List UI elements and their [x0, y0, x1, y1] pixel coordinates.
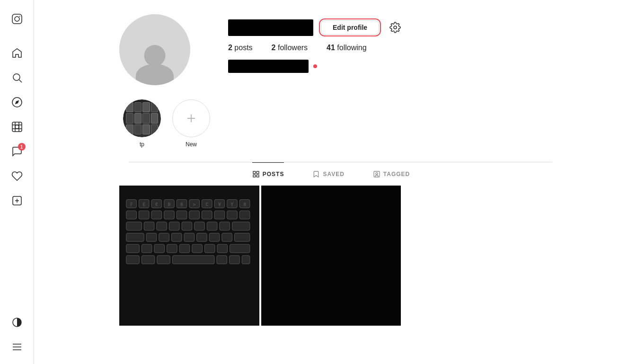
svg-text:>: >	[193, 202, 195, 207]
svg-text:Y: Y	[231, 202, 234, 207]
svg-rect-45	[189, 211, 200, 219]
tab-saved-label: SAVED	[323, 171, 344, 178]
svg-text:F: F	[130, 202, 133, 207]
svg-rect-55	[195, 222, 205, 231]
svg-rect-61	[159, 233, 169, 242]
following-stat[interactable]: 41 following	[327, 44, 367, 52]
key-2	[134, 102, 142, 112]
bio-bar	[228, 60, 309, 73]
posts-grid: F E € D 6 > C V Y 8	[119, 184, 543, 328]
key-1	[126, 102, 133, 112]
svg-rect-76	[230, 244, 250, 253]
svg-rect-58	[232, 222, 249, 231]
svg-point-3	[13, 74, 20, 80]
avatar	[119, 14, 190, 85]
svg-text:V: V	[218, 202, 221, 207]
svg-rect-72	[179, 244, 190, 253]
svg-rect-68	[126, 244, 140, 253]
svg-rect-63	[184, 233, 195, 242]
svg-rect-83	[242, 256, 250, 264]
post-item-dark[interactable]	[261, 186, 401, 326]
tab-posts[interactable]: POSTS	[252, 162, 284, 184]
svg-rect-79	[157, 256, 170, 264]
avatar-body	[136, 64, 174, 85]
svg-rect-80	[172, 256, 214, 264]
keyboard-svg: F E € D 6 > C V Y 8	[119, 186, 259, 326]
reels-nav[interactable]	[6, 115, 28, 138]
svg-rect-78	[142, 256, 155, 264]
tab-tagged-label: TAGGED	[383, 171, 410, 178]
svg-rect-81	[217, 256, 227, 264]
svg-rect-74	[204, 244, 215, 253]
svg-rect-26	[257, 175, 259, 177]
messages-badge: 1	[18, 143, 26, 151]
svg-point-8	[15, 125, 19, 129]
profile-container: Edit profile 2 posts 2 followers	[110, 0, 552, 328]
search-nav[interactable]	[6, 66, 28, 89]
profile-top-row: Edit profile	[228, 19, 404, 36]
story-label-tp: tp	[140, 141, 144, 148]
svg-rect-43	[164, 211, 175, 219]
svg-rect-73	[192, 244, 203, 253]
svg-line-4	[19, 80, 22, 83]
story-item-tp[interactable]: tp	[123, 99, 161, 148]
story-label-new: New	[186, 141, 197, 148]
svg-rect-52	[157, 222, 167, 231]
key-7	[142, 113, 150, 123]
grid-icon	[252, 170, 260, 178]
svg-text:C: C	[206, 202, 208, 207]
notifications-nav[interactable]	[6, 165, 28, 187]
tabs-row: POSTS SAVED TAGGED	[119, 162, 543, 184]
svg-point-28	[376, 173, 378, 175]
story-add-circle[interactable]	[172, 99, 210, 137]
svg-point-20	[394, 26, 397, 29]
gear-icon	[389, 22, 401, 33]
key-3	[142, 102, 150, 112]
svg-rect-41	[139, 211, 149, 219]
post-item-keyboard[interactable]: F E € D 6 > C V Y 8	[119, 186, 259, 326]
menu-nav[interactable]	[6, 336, 28, 358]
svg-rect-67	[234, 233, 250, 242]
key-10	[134, 124, 142, 134]
theme-nav[interactable]	[6, 311, 28, 334]
bio-row	[228, 60, 404, 73]
explore-nav[interactable]	[6, 91, 28, 114]
svg-text:8: 8	[243, 202, 246, 207]
instagram-logo[interactable]	[6, 8, 28, 30]
svg-rect-77	[126, 256, 140, 264]
svg-rect-7	[12, 122, 22, 132]
story-item-new[interactable]: New	[172, 99, 210, 148]
svg-rect-25	[253, 175, 256, 177]
posts-stat[interactable]: 2 posts	[228, 44, 253, 52]
svg-rect-23	[253, 171, 256, 174]
tab-tagged[interactable]: TAGGED	[373, 162, 410, 184]
red-dot-indicator	[313, 64, 317, 68]
sidebar: 1	[0, 0, 34, 364]
edit-profile-button[interactable]: Edit profile	[321, 20, 379, 35]
svg-rect-65	[209, 233, 220, 242]
svg-rect-50	[126, 222, 142, 231]
svg-rect-59	[126, 233, 144, 242]
svg-rect-69	[142, 244, 152, 253]
svg-rect-75	[217, 244, 228, 253]
key-12	[151, 124, 159, 134]
svg-rect-60	[146, 233, 157, 242]
settings-button[interactable]	[387, 19, 404, 36]
key-9	[126, 124, 133, 134]
key-5	[126, 113, 133, 123]
home-nav[interactable]	[6, 42, 28, 64]
tab-saved[interactable]: SAVED	[312, 162, 344, 184]
svg-rect-70	[154, 244, 165, 253]
avatar-head	[144, 45, 166, 66]
stats-row: 2 posts 2 followers 41 following	[228, 44, 404, 52]
svg-rect-0	[12, 14, 22, 24]
key-11	[142, 124, 150, 134]
followers-stat[interactable]: 2 followers	[272, 44, 308, 52]
create-nav[interactable]	[6, 189, 28, 212]
messages-nav[interactable]: 1	[6, 140, 28, 163]
svg-rect-44	[177, 211, 187, 219]
svg-rect-51	[144, 222, 154, 231]
svg-rect-49	[239, 211, 250, 219]
svg-rect-40	[126, 211, 137, 219]
main-content: Edit profile 2 posts 2 followers	[34, 0, 628, 364]
